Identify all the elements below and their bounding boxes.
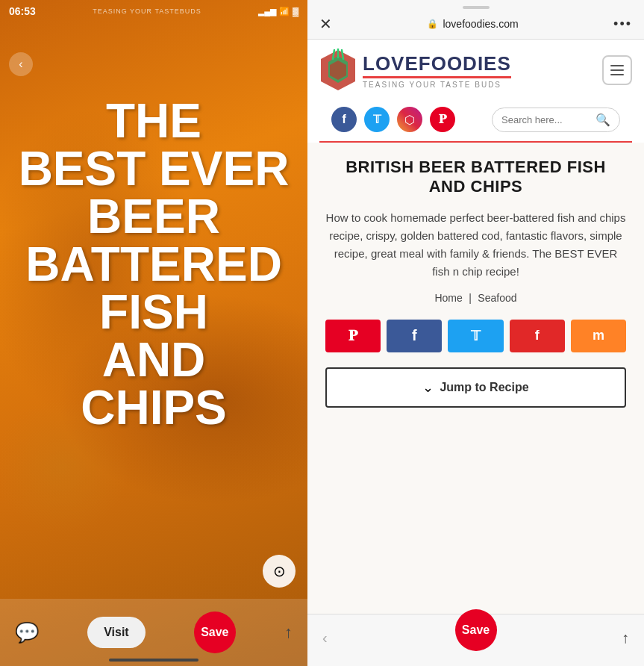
share-buttons: 𝐏 f 𝕋 f m [325,320,626,352]
logo-text-area: LOVEFOODIES TEASING YOUR TASTE BUDS [363,52,511,89]
flipboard-share-button[interactable]: f [510,320,565,352]
facebook-share-button[interactable]: f [387,320,442,352]
status-bar: 06:53 TEASING YOUR TASTEBUDS ▂▄▆ 📶 ▓ [0,0,307,22]
recipe-title: BRITISH BEER BATTERED FISH AND CHIPS [325,158,626,197]
save-button-container: Save [455,609,497,651]
search-bar[interactable]: 🔍 [492,108,620,132]
hero-line-4: FISH [7,288,300,336]
jump-button-label: Jump to Recipe [440,381,528,394]
site-header-top: LOVEFOODIES TEASING YOUR TASTE BUDS [319,49,632,92]
left-panel: 06:53 TEASING YOUR TASTEBUDS ▂▄▆ 📶 ▓ ‹ T… [0,0,307,666]
right-save-button[interactable]: Save [455,609,497,651]
social-icons: f 𝕋 ⬡ 𝐏 [331,107,455,132]
status-time: 06:53 [9,5,36,17]
logo-tagline: TEASING YOUR TASTE BUDS [363,81,511,89]
hamburger-line [610,74,624,75]
comment-icon[interactable]: 💬 [15,621,39,644]
browser-bottom-nav: ‹ › Save ↑ [307,614,644,666]
facebook-symbol: f [342,112,346,127]
back-arrow-icon: ‹ [19,57,22,71]
back-nav-button[interactable]: ‹ [322,629,328,647]
right-panel: ✕ 🔒 lovefoodies.com ••• [307,0,644,666]
search-input[interactable] [501,114,591,125]
pinterest-symbol: 𝐏 [439,112,446,127]
status-icons: ▂▄▆ 📶 ▓ [258,7,298,16]
main-content: BRITISH BEER BATTERED FISH AND CHIPS How… [307,143,644,614]
share-icon[interactable]: ↑ [284,623,293,642]
browser-tab-bar: ✕ 🔒 lovefoodies.com ••• [307,12,644,39]
save-button[interactable]: Save [194,611,236,653]
site-header: LOVEFOODIES TEASING YOUR TASTE BUDS f [307,40,644,143]
social-search-row: f 𝕋 ⬡ 𝐏 🔍 [319,101,632,143]
recipe-description: How to cook homemade perfect beer-batter… [325,209,626,281]
facebook-icon[interactable]: f [331,107,357,132]
twitter-icon[interactable]: 𝕋 [364,107,390,132]
twitter-share-button[interactable]: 𝕋 [448,320,503,352]
hero-line-5: AND [7,336,300,384]
jump-to-recipe-button[interactable]: ⌄ Jump to Recipe [325,367,626,408]
bottom-bar: 💬 Visit Save ↑ [0,599,307,666]
hero-line-6: CHIPS [7,384,300,432]
breadcrumb: Home | Seafood [325,291,626,305]
right-share-button[interactable]: ↑ [622,629,629,647]
logo-area: LOVEFOODIES TEASING YOUR TASTE BUDS [319,49,511,92]
browser-close-button[interactable]: ✕ [319,15,332,33]
scan-symbol: ⊙ [273,562,286,580]
twitter-symbol: 𝕋 [373,113,381,126]
site-label-overlay: TEASING YOUR TASTEBUDS [93,7,201,15]
wifi-icon: 📶 [279,7,290,16]
hamburger-line [610,65,624,66]
instagram-symbol: ⬡ [404,113,415,127]
pinterest-share-button[interactable]: 𝐏 [325,320,381,352]
lock-icon: 🔒 [427,19,438,29]
jump-chevron-icon: ⌄ [422,379,434,396]
facebook-share-icon: f [412,327,417,344]
battery-icon: ▓ [293,7,298,16]
logo-underline [363,76,511,78]
logo-name: LOVEFOODIES [363,52,511,75]
mix-share-icon: m [593,328,604,343]
pinterest-share-icon: 𝐏 [348,327,357,344]
breadcrumb-home[interactable]: Home [434,292,462,304]
hero-line-2: BEST EVER [7,145,300,193]
browser-chrome: ✕ 🔒 lovefoodies.com ••• [307,0,644,40]
hero-line-3: BEER BATTERED [7,193,300,288]
breadcrumb-separator: | [469,292,472,304]
signal-icon: ▂▄▆ [258,7,276,16]
handle-bar [463,6,490,9]
hero-line-1: THE [7,97,300,145]
flipboard-share-icon: f [535,328,540,343]
url-text: lovefoodies.com [443,18,518,30]
visit-button[interactable]: Visit [87,617,146,648]
breadcrumb-current: Seafood [478,292,516,304]
hamburger-lines [610,65,624,75]
back-button[interactable]: ‹ [9,52,33,76]
search-button[interactable]: 🔍 [595,113,610,127]
hamburger-button[interactable] [602,55,632,85]
hero-text: THE BEST EVER BEER BATTERED FISH AND CHI… [0,97,307,432]
browser-handle [307,0,644,12]
scan-icon[interactable]: ⊙ [263,555,296,588]
browser-menu-button[interactable]: ••• [613,16,632,32]
url-bar[interactable]: 🔒 lovefoodies.com [427,18,518,30]
mix-share-button[interactable]: m [571,320,626,352]
hamburger-line [610,69,624,71]
logo-icon [319,49,357,92]
pinterest-icon[interactable]: 𝐏 [430,107,455,132]
twitter-share-icon: 𝕋 [471,328,481,344]
instagram-icon[interactable]: ⬡ [397,107,422,132]
